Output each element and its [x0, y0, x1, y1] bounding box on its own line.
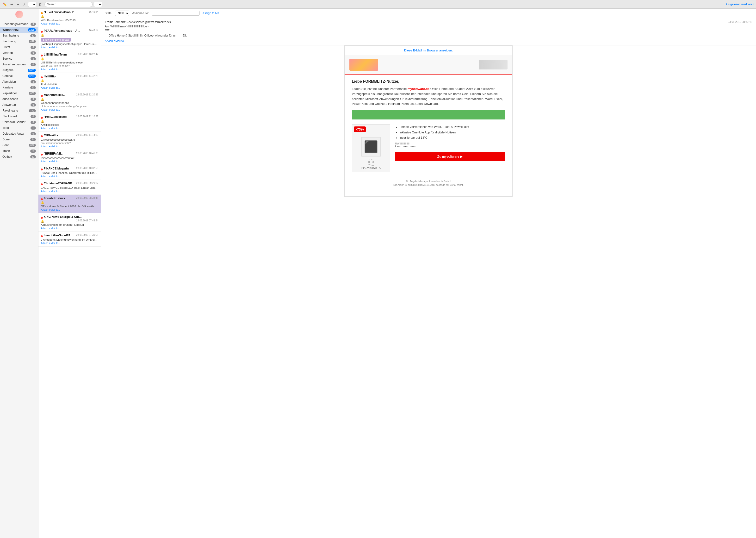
newsletter-header	[345, 55, 512, 75]
sidebar-item-label: Faxeingang	[2, 109, 29, 112]
email-content: State: New Assigned To: Assign to Me 23.…	[101, 9, 756, 538]
sidebar-item-catchall[interactable]: Catchall4288	[0, 73, 38, 79]
sidebar-item-service[interactable]: Service3	[0, 56, 38, 62]
mark-read-button[interactable]: Als gelesen markieren	[726, 3, 754, 6]
email-attach-btn[interactable]: Attach eMail to...	[41, 46, 98, 49]
sidebar-item-delegated-away[interactable]: Delegated Away0	[0, 131, 38, 136]
email-dot-red	[41, 198, 43, 200]
sidebar-item-privat[interactable]: Privat0	[0, 44, 38, 50]
sidebar-item-trash[interactable]: Trash34	[0, 148, 38, 154]
newsletter-logo2	[479, 60, 508, 70]
sidebar-item-faxeingang[interactable]: Faxeingang777	[0, 108, 38, 114]
email-list-item[interactable]: "L...ert ServiceGmbH"16:49:24🔔WG: Kunden…	[38, 9, 101, 27]
sidebar-item-abmelden[interactable]: Abmelden3	[0, 79, 38, 84]
email-attach-btn[interactable]: Attach eMail to...	[41, 127, 98, 130]
email-attach-btn[interactable]: Attach eMail to...	[41, 190, 98, 192]
sidebar-item-label: Unknown Sender	[2, 121, 30, 124]
email-list-item[interactable]: Illrffffffio23.05.2019 14:42:25🔔Rddddddd…	[38, 73, 101, 91]
newsletter-product-image: -73% ⬛ OffH nt201__ Für 1 Windows-PC	[352, 124, 390, 172]
sidebar-item-outbox[interactable]: Outbox31	[0, 154, 38, 160]
sidebar-item-karriere[interactable]: Karriere40	[0, 84, 38, 90]
email-date: 23.05.2019 07:43:54	[76, 219, 98, 222]
email-list-item[interactable]: "Helll...ccccccef!23.05.2019 12:10:22🔔AM…	[38, 113, 101, 132]
email-attach-btn[interactable]: Attach eMail to...	[41, 86, 98, 89]
view-in-browser-link[interactable]: Diese E-Mail im Browser anzeigen.	[345, 46, 512, 55]
sidebar-badge: 31	[30, 155, 36, 158]
newsletter-cta-text: +———————————————————————————————————————…	[357, 113, 500, 117]
sidebar-item-label: Outbox	[2, 155, 30, 158]
email-state-bar: State: New Assigned To: Assign to Me	[101, 9, 756, 18]
email-list-item[interactable]: Formblitz News23.05.2019 08:33:48🔔Office…	[38, 195, 101, 213]
show-thread-button[interactable]: Show complete thread	[41, 38, 71, 42]
newsletter-text: Laden Sie jetzt bei unserer Partnerseite…	[352, 86, 505, 106]
sidebar-item-label: Done	[2, 138, 30, 141]
sidebar-item-label: Antworten	[2, 103, 30, 106]
email-list-item[interactable]: Mannnnrslllllll...23.05.2019 12:20:26🔔Ge…	[38, 91, 101, 113]
sidebar-nav: Rechnungsversand0Winnnnnnz7368Buchhaltun…	[0, 21, 38, 160]
email-attach-btn[interactable]: Attach eMail to...	[41, 175, 98, 178]
email-list-item[interactable]: Christain–TOPBAND23.05.2019 09:20:17ENEC…	[38, 180, 101, 195]
email-attach-btn[interactable]: Attach eMail to...	[41, 227, 98, 230]
email-list-item[interactable]: XING News Energie & Umwelt23.05.2019 07:…	[38, 213, 101, 232]
sidebar-item-label: Aufgabe	[2, 69, 27, 72]
email-list-item[interactable]: Lilllllllllllng Team3.05.2019 16:22:42🔔L…	[38, 51, 101, 73]
forward-button[interactable]: ↗	[22, 2, 27, 7]
email-attach-btn[interactable]: Attach eMail to...	[41, 108, 98, 111]
email-list-item[interactable]: FINANCE Magazin23.05.2019 10:32:53Fußbal…	[38, 165, 101, 180]
bell-icon: 🔔	[41, 98, 44, 101]
assigned-input[interactable]	[152, 11, 200, 16]
sidebar-item-aufgabe[interactable]: Aufgabe6681	[0, 67, 38, 73]
sidebar-item-winnnnnnz[interactable]: Winnnnnnz7368	[0, 27, 38, 33]
sidebar-item-unknown-sender[interactable]: Unknown Sender0	[0, 119, 38, 125]
action-dropdown[interactable]	[28, 2, 36, 7]
email-sender: Christain–TOPBAND	[44, 182, 72, 185]
sidebar-item-buchhaltung[interactable]: Buchhaltung31	[0, 33, 38, 38]
email-attach-btn[interactable]: Attach eMail to...	[41, 160, 98, 163]
sidebar-item-antworten[interactable]: Antworten0	[0, 102, 38, 108]
email-attach-btn[interactable]: Attach eMail to...	[41, 242, 98, 244]
sidebar-item-rechnungsversand[interactable]: Rechnungsversand0	[0, 21, 38, 27]
email-list-item[interactable]: ImmobilienScout2423.05.2019 07:30:582 An…	[38, 232, 101, 247]
email-sender: ImmobilienScout24	[44, 234, 70, 237]
email-list-item[interactable]: CBDzeitlls...23.05.2019 11:14:13Efrrcccc…	[38, 132, 101, 150]
email-list-item[interactable]: PEARL Versandhaus – Amazon Payments16:48…	[38, 27, 101, 51]
trash-button[interactable]: 🗑	[38, 2, 43, 7]
sidebar-badge: 0	[30, 115, 36, 118]
sidebar-item-sent[interactable]: Sent692	[0, 142, 38, 148]
newsletter-body: Liebe FORMBLITZ-Nutzer, Laden Sie jetzt …	[345, 75, 512, 196]
newsletter-logo	[349, 59, 378, 71]
redo-button[interactable]: ↪	[16, 2, 21, 7]
email-attach-btn[interactable]: Attach eMail to...	[41, 22, 98, 25]
email-attach-btn[interactable]: Attach eMail to...	[41, 68, 98, 71]
sidebar-badge: 0	[30, 46, 36, 49]
bell-icon: 🔔	[41, 79, 44, 82]
sidebar-item-done[interactable]: Done14	[0, 136, 38, 142]
discount-badge: -73%	[354, 127, 366, 132]
state-select[interactable]: New	[115, 11, 129, 16]
email-attach-btn[interactable]: Attach eMail to...	[41, 145, 98, 148]
email-date: 23.05.2019 08:33:48	[76, 197, 98, 199]
sidebar-item-blacklisted[interactable]: Blacklisted0	[0, 114, 38, 119]
email-subject: AMlllllllllllkeeep	[41, 123, 98, 126]
email-dot-red	[41, 184, 43, 185]
email-attach-link[interactable]: Attach eMail to...	[105, 39, 126, 43]
sidebar-item-rechnung[interactable]: Rechnung449	[0, 38, 38, 44]
sidebar-item-ausschreibungen[interactable]: Ausschreibungen0	[0, 62, 38, 67]
search-input[interactable]	[44, 2, 92, 7]
sidebar-item-todo[interactable]: Todo1	[0, 125, 38, 131]
compose-button[interactable]: ✏️	[2, 2, 8, 7]
footer-line-2: Die Aktion ist gültig bis zum 30.06.2019…	[357, 183, 500, 187]
email-dot-red	[41, 31, 43, 33]
bell-icon: 🔔	[41, 34, 44, 36]
email-attach-btn[interactable]: Attach eMail to...	[41, 208, 98, 211]
sidebar-item-vertrieb[interactable]: Vertrieb0	[0, 50, 38, 56]
product-small-text-1: UWlllllllllllllllll	[395, 142, 505, 145]
assign-me-button[interactable]: Assign to Me	[203, 12, 219, 15]
sidebar-item-odoo-scann[interactable]: odoo-scann0	[0, 96, 38, 102]
filter-dropdown[interactable]	[94, 2, 102, 7]
email-subject: Rdddddddd6	[41, 83, 98, 86]
undo-button[interactable]: ↩	[9, 2, 14, 7]
product-cta-button[interactable]: Zu mysoftware ▶	[395, 152, 505, 161]
sidebar-item-papiertiger[interactable]: Papiertiger607	[0, 90, 38, 96]
email-list-item[interactable]: "BREEFnfal!...23.05.2019 10:41:03Invvvvv…	[38, 150, 101, 165]
